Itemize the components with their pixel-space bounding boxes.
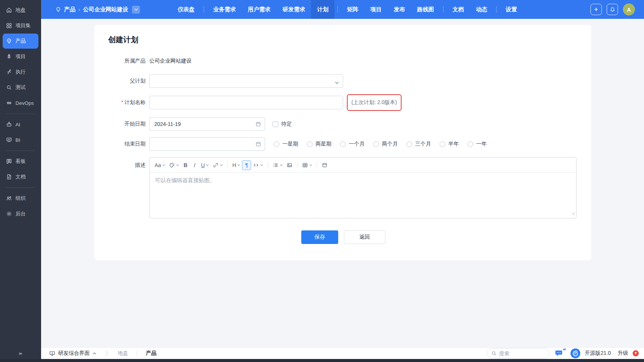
editor-body[interactable]: 可以在编辑器直接贴图。 bbox=[150, 173, 576, 218]
chevron-up-icon bbox=[92, 352, 97, 355]
product-nav: 仪表盘 业务需求 用户需求 研发需求 计划 矩阵 项目 发布 路线图 文档 动态… bbox=[172, 0, 523, 19]
editor-fullscreen-button[interactable] bbox=[320, 160, 330, 170]
toolbar-divider bbox=[317, 162, 317, 169]
editor-heading-button[interactable]: H bbox=[230, 160, 242, 170]
radio-icon[interactable] bbox=[406, 141, 412, 147]
chevron-right-icon bbox=[105, 350, 109, 357]
sidebar-item-ai[interactable]: AI bbox=[3, 117, 38, 132]
parent-plan-select[interactable] bbox=[149, 74, 343, 88]
upgrade-link[interactable]: 升级 bbox=[618, 350, 628, 357]
radio-icon[interactable] bbox=[307, 141, 313, 147]
workspace-switcher[interactable]: 研发综合界面 bbox=[49, 350, 97, 357]
tab-plan[interactable]: 计划 bbox=[311, 0, 334, 19]
project-icon bbox=[6, 54, 12, 60]
radio-icon[interactable] bbox=[468, 141, 473, 147]
main-content: 创建计划 所属产品 公司企业网站建设 父计划 *计划名称 (上次计划: 2.0版… bbox=[41, 19, 644, 348]
editor-italic-button[interactable]: I bbox=[190, 160, 199, 170]
notifications-button[interactable] bbox=[607, 4, 618, 15]
back-button[interactable]: 返回 bbox=[344, 230, 385, 244]
sidebar-item-doc[interactable]: 文档 bbox=[3, 169, 38, 184]
search-input[interactable] bbox=[499, 351, 541, 356]
tab-business-requirements[interactable]: 业务需求 bbox=[207, 0, 242, 19]
chevron-down-icon bbox=[206, 164, 209, 166]
tab-project[interactable]: 项目 bbox=[364, 0, 388, 19]
duration-option-1month[interactable]: 一个月 bbox=[340, 141, 365, 147]
radio-icon[interactable] bbox=[373, 141, 379, 147]
breadcrumb-switch-button[interactable] bbox=[132, 6, 140, 14]
upgrade-badge-icon[interactable] bbox=[633, 350, 639, 356]
sidebar-item-project[interactable]: 项目 bbox=[3, 49, 38, 64]
ai-tag: AI bbox=[563, 348, 566, 351]
tab-dev-requirements[interactable]: 研发需求 bbox=[276, 0, 311, 19]
editor-link-button[interactable] bbox=[211, 160, 225, 170]
sidebar-item-dashboard[interactable]: 地盘 bbox=[3, 3, 38, 18]
radio-icon[interactable] bbox=[274, 141, 279, 147]
bottom-crumb-app: 产品 bbox=[146, 350, 156, 357]
sidebar-item-product[interactable]: 产品 bbox=[3, 34, 38, 49]
tbd-checkbox-group[interactable]: 待定 bbox=[273, 121, 292, 127]
editor-list-button[interactable] bbox=[271, 160, 285, 170]
sidebar-item-bi[interactable]: BI bbox=[3, 132, 38, 147]
editor-placeholder: 可以在编辑器直接贴图。 bbox=[155, 177, 215, 183]
radio-icon[interactable] bbox=[440, 141, 445, 147]
nav-divider bbox=[496, 6, 497, 13]
editor-toolbar: Aa B I U H ¶ bbox=[150, 158, 576, 173]
description-label: 描述 bbox=[94, 157, 149, 169]
tbd-label: 待定 bbox=[281, 121, 292, 127]
breadcrumb-app[interactable]: 产品 bbox=[64, 6, 75, 13]
editor-font-button[interactable]: Aa bbox=[153, 160, 167, 170]
sidebar-item-admin[interactable]: 后台 bbox=[3, 206, 38, 221]
kanban-icon bbox=[6, 158, 12, 164]
tab-matrix[interactable]: 矩阵 bbox=[341, 0, 364, 19]
duration-option-2weeks[interactable]: 两星期 bbox=[307, 141, 331, 147]
tab-release[interactable]: 发布 bbox=[388, 0, 411, 19]
panel-icon bbox=[322, 162, 328, 168]
tab-settings[interactable]: 设置 bbox=[500, 0, 523, 19]
sidebar-item-org[interactable]: 组织 bbox=[3, 191, 38, 206]
duration-option-1year[interactable]: 一年 bbox=[468, 141, 487, 147]
duration-option-halfyear[interactable]: 半年 bbox=[440, 141, 459, 147]
editor-code-button[interactable] bbox=[251, 160, 265, 170]
rich-text-editor: Aa B I U H ¶ bbox=[149, 157, 577, 218]
sidebar-collapse-button[interactable] bbox=[0, 351, 41, 357]
duration-option-2months[interactable]: 两个月 bbox=[373, 141, 398, 147]
global-search[interactable] bbox=[487, 348, 550, 359]
editor-image-button[interactable] bbox=[285, 160, 294, 170]
editor-paragraph-button[interactable]: ¶ bbox=[242, 160, 251, 170]
plan-name-input[interactable] bbox=[149, 96, 343, 109]
chevron-down-icon bbox=[237, 164, 240, 166]
radio-icon[interactable] bbox=[340, 141, 346, 147]
duration-option-3months[interactable]: 三个月 bbox=[406, 141, 431, 147]
create-button[interactable] bbox=[590, 4, 602, 15]
tab-roadmap[interactable]: 路线图 bbox=[411, 0, 440, 19]
editor-color-button[interactable] bbox=[167, 160, 181, 170]
bottom-crumb-space[interactable]: 地盘 bbox=[118, 350, 128, 357]
editor-table-button[interactable] bbox=[300, 160, 314, 170]
sidebar-divider bbox=[6, 114, 35, 114]
editor-underline-button[interactable]: U bbox=[199, 160, 211, 170]
breadcrumb[interactable]: 产品 › 公司企业网站建设 bbox=[55, 6, 140, 14]
sidebar-item-qa[interactable]: 测试 bbox=[3, 80, 38, 95]
collapse-icon bbox=[18, 351, 24, 357]
sidebar-item-program[interactable]: 项目集 bbox=[3, 18, 38, 33]
save-button[interactable]: 保存 bbox=[301, 230, 338, 244]
tab-user-requirements[interactable]: 用户需求 bbox=[242, 0, 276, 19]
plus-icon bbox=[593, 7, 599, 12]
sidebar-item-devops[interactable]: ∞ DevOps bbox=[3, 95, 38, 110]
sidebar-item-execution[interactable]: 执行 bbox=[3, 64, 38, 80]
start-date-input[interactable] bbox=[149, 117, 265, 131]
tab-dynamic[interactable]: 动态 bbox=[470, 0, 493, 19]
end-date-input[interactable] bbox=[149, 137, 265, 151]
tab-doc[interactable]: 文档 bbox=[446, 0, 470, 19]
editor-bold-button[interactable]: B bbox=[181, 160, 190, 170]
avatar[interactable]: A bbox=[623, 3, 635, 15]
resize-handle[interactable] bbox=[571, 210, 575, 217]
tab-dashboard[interactable]: 仪表盘 bbox=[172, 0, 201, 19]
duration-option-1week[interactable]: 一星期 bbox=[274, 141, 298, 147]
sidebar-divider bbox=[6, 187, 35, 188]
ai-assistant-button[interactable]: AI bbox=[555, 349, 566, 358]
tbd-checkbox[interactable] bbox=[273, 121, 278, 127]
sidebar-item-kanban[interactable]: 看板 bbox=[3, 154, 38, 169]
nav-divider bbox=[443, 6, 443, 13]
breadcrumb-item[interactable]: 公司企业网站建设 bbox=[83, 6, 128, 13]
